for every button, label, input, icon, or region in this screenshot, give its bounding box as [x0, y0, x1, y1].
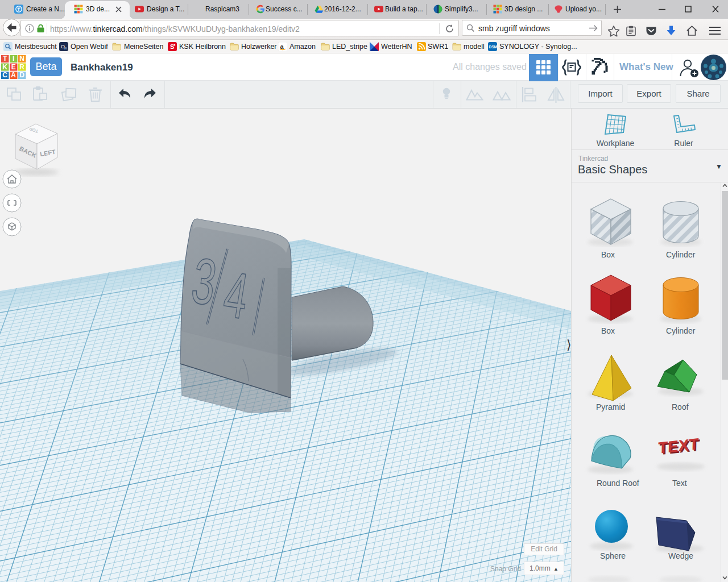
- svg-text:Sphere: Sphere: [600, 551, 626, 560]
- svg-text:Roof: Roof: [672, 402, 689, 411]
- svg-text:Text: Text: [672, 479, 687, 488]
- svg-text:K: K: [2, 63, 7, 71]
- svg-text:Cylinder: Cylinder: [666, 250, 696, 259]
- svg-text:Pyramid: Pyramid: [596, 402, 625, 411]
- svg-text:Box: Box: [601, 326, 615, 335]
- svg-text:a: a: [280, 43, 284, 50]
- svg-text:T: T: [3, 55, 7, 63]
- svg-text:w: w: [64, 46, 68, 50]
- svg-text:I: I: [13, 55, 14, 63]
- svg-text:D: D: [19, 71, 24, 79]
- svg-text:A: A: [11, 71, 16, 79]
- svg-text:S: S: [170, 43, 174, 50]
- svg-text:DSM: DSM: [489, 45, 497, 49]
- svg-text:N: N: [19, 55, 24, 63]
- svg-text:Box: Box: [601, 250, 615, 259]
- svg-text:E: E: [11, 63, 16, 71]
- svg-text:C: C: [2, 71, 7, 79]
- svg-text:Round Roof: Round Roof: [597, 479, 639, 488]
- svg-text:Wedge: Wedge: [668, 551, 693, 560]
- svg-text:R: R: [19, 63, 24, 71]
- svg-text:Cylinder: Cylinder: [666, 326, 696, 335]
